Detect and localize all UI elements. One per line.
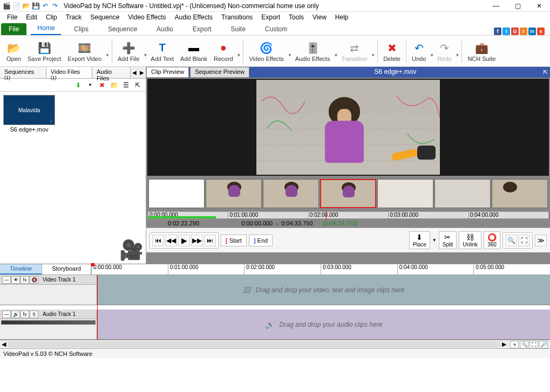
menu-track[interactable]: Track <box>62 12 86 22</box>
menu-file[interactable]: File <box>3 12 21 22</box>
add-file-button[interactable]: ➕Add File <box>114 38 142 65</box>
set-start-button[interactable]: [Start <box>221 235 247 246</box>
open-button[interactable]: 📂Open <box>3 38 24 65</box>
menu-clip[interactable]: Clip <box>42 12 61 22</box>
ribbon-tab-export[interactable]: Export <box>186 23 218 35</box>
fx-icon[interactable]: fx <box>21 311 29 318</box>
bin-tab-sequences[interactable]: Sequences (1) <box>0 67 46 78</box>
chevron-down-icon[interactable]: ▼ <box>334 53 338 65</box>
tab-storyboard[interactable]: Storyboard <box>42 264 91 274</box>
fit-button[interactable]: ⛶ <box>518 235 530 246</box>
step-fwd-button[interactable]: ▶▶ <box>191 235 203 246</box>
ribbon-file-tab[interactable]: File <box>1 23 26 35</box>
undo-button[interactable]: ↶Undo <box>409 38 429 65</box>
menu-view[interactable]: View <box>309 12 330 22</box>
solo-icon[interactable]: S <box>30 311 38 318</box>
tab-clip-preview[interactable]: Clip Preview <box>146 67 189 78</box>
delete-clip-icon[interactable]: ✖ <box>97 80 107 90</box>
ribbon-tab-clips[interactable]: Clips <box>67 23 95 35</box>
new-folder-icon[interactable]: 📁 <box>109 80 119 90</box>
bin-tab-videos[interactable]: Video Files (1) <box>46 67 92 78</box>
more-button[interactable]: ≫ <box>535 235 547 246</box>
volume-slider[interactable] <box>1 320 96 325</box>
ribbon-tab-custom[interactable]: Custom <box>259 23 294 35</box>
timeline-ruler[interactable]: 0:00:00.000 0:01:00.000 0:02:00.000 0:03… <box>91 264 550 274</box>
stumble-icon[interactable]: s <box>537 27 545 35</box>
chevron-down-icon[interactable]: ▼ <box>288 53 292 65</box>
audio-track-lane[interactable]: 🔊 Drag and drop your audio clips here <box>97 310 550 340</box>
ribbon-tab-suite[interactable]: Suite <box>224 23 252 35</box>
export-video-button[interactable]: 🎞️Export Video <box>64 38 105 65</box>
split-button[interactable]: ✂Split <box>439 231 457 249</box>
redo-icon[interactable]: ↷ <box>51 2 59 10</box>
twitter-icon[interactable]: t <box>503 27 510 35</box>
save-project-button[interactable]: 💾Save Project <box>24 38 64 65</box>
zoom-button[interactable]: 🔍 <box>505 235 517 246</box>
snap-icon[interactable]: ⎆ <box>510 341 519 348</box>
reddit-icon[interactable]: r <box>520 27 527 35</box>
zoom-fit-icon[interactable]: ⛶ <box>529 341 538 348</box>
detach-preview-icon[interactable]: ⇱ <box>540 67 550 78</box>
eye-icon[interactable]: 👁 <box>11 276 20 284</box>
speaker-icon[interactable]: 🔊 <box>11 311 20 318</box>
step-back-button[interactable]: ◀◀ <box>165 235 177 246</box>
menu-audioeffects[interactable]: Audio Effects <box>171 12 217 22</box>
set-end-button[interactable]: ]End <box>249 235 273 246</box>
video-track-lane[interactable]: 🖼 Drag and drop your video, text and ima… <box>97 275 550 305</box>
open-folder-icon[interactable]: 📂 <box>22 2 30 10</box>
nch-suite-button[interactable]: 💼NCH Suite <box>464 38 499 65</box>
bin-nav-right[interactable]: ▶ <box>138 67 146 78</box>
chevron-down-icon[interactable]: ▼ <box>237 53 241 65</box>
unlink-button[interactable]: ⛓Unlink <box>459 231 481 249</box>
menu-sequence[interactable]: Sequence <box>86 12 123 22</box>
transition-button[interactable]: ⇄Transition <box>338 38 370 65</box>
detach-icon[interactable]: ⇱ <box>133 80 142 90</box>
bin-nav-left[interactable]: ◀ <box>131 67 138 78</box>
minimize-button[interactable]: — <box>485 0 507 12</box>
audio-effects-button[interactable]: 🎚️Audio Effects <box>292 38 334 65</box>
add-blank-button[interactable]: ▬Add Blank <box>177 38 211 65</box>
chevron-down-icon[interactable]: ▼ <box>143 53 147 65</box>
chevron-down-icon[interactable]: ▼ <box>430 53 434 65</box>
tab-timeline[interactable]: Timeline <box>0 264 42 274</box>
tab-sequence-preview[interactable]: Sequence Preview <box>190 67 249 78</box>
playhead-line[interactable] <box>97 275 98 340</box>
preview-viewport[interactable] <box>147 79 549 176</box>
ribbon-tab-home[interactable]: Home <box>31 22 61 35</box>
close-button[interactable]: ✕ <box>528 0 550 12</box>
add-text-button[interactable]: TAdd Text <box>147 38 177 65</box>
save-icon[interactable]: 💾 <box>31 2 40 10</box>
ribbon-tab-sequence[interactable]: Sequence <box>101 23 144 35</box>
zoom-out-icon[interactable]: 🔎 <box>539 341 548 348</box>
linkedin-icon[interactable]: in <box>528 27 536 35</box>
timeline-hscrollbar[interactable]: ◀ ▶ ⎆ 🔍 ⛶ 🔎 <box>0 340 550 348</box>
menu-help[interactable]: Help <box>331 12 352 22</box>
collapse-icon[interactable]: — <box>2 311 11 318</box>
menu-videoeffects[interactable]: Video Effects <box>124 12 169 22</box>
chevron-down-icon[interactable]: ▼ <box>371 53 375 65</box>
chevron-down-icon[interactable]: ▼ <box>455 53 459 65</box>
undo-icon[interactable]: ↶ <box>41 2 50 10</box>
menu-tools[interactable]: Tools <box>285 12 308 22</box>
goto-start-button[interactable]: ⏮ <box>152 235 164 246</box>
chevron-down-icon[interactable]: ▼ <box>432 238 437 243</box>
chevron-down-icon[interactable]: ▼ <box>85 80 95 90</box>
ribbon-tab-audio[interactable]: Audio <box>150 23 180 35</box>
mute-icon[interactable]: 🔇 <box>30 276 38 284</box>
record-button[interactable]: ●Record <box>211 38 236 65</box>
360-button[interactable]: ⭕360 <box>484 231 500 249</box>
filmstrip[interactable] <box>147 178 549 210</box>
menu-export[interactable]: Export <box>257 12 284 22</box>
new-icon[interactable]: 📄 <box>12 2 21 10</box>
list-view-icon[interactable]: ☰ <box>121 80 131 90</box>
collapse-icon[interactable]: — <box>2 276 11 284</box>
video-effects-button[interactable]: 🌀Video Effects <box>246 38 287 65</box>
bin-tab-audio[interactable]: Audio Files <box>92 67 131 78</box>
zoom-in-icon[interactable]: 🔍 <box>520 341 528 348</box>
maximize-button[interactable]: ▢ <box>507 0 528 12</box>
fx-icon[interactable]: fx <box>21 276 29 284</box>
scrub-ruler[interactable]: 0:00:00.000 0:01:00.000 0:02:00.000 0:03… <box>147 211 549 219</box>
play-button[interactable]: ▶ <box>178 235 190 246</box>
redo-button[interactable]: ↷Redo <box>434 38 454 65</box>
chevron-down-icon[interactable]: ▼ <box>105 53 110 65</box>
